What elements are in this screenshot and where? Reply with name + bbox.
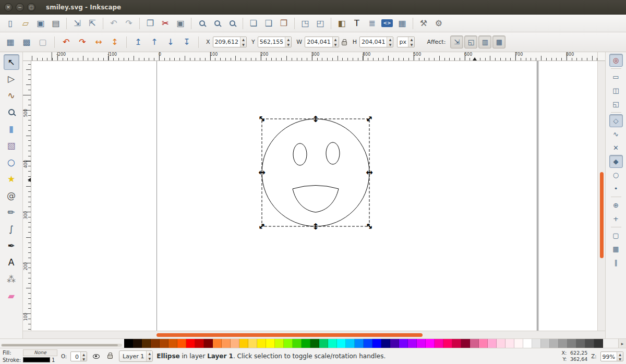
palette-swatch[interactable] (452, 339, 461, 348)
selector-tool[interactable]: ↖ (4, 54, 19, 70)
palette-swatch[interactable] (310, 339, 319, 348)
vertical-scrollbar[interactable] (597, 61, 605, 331)
palette-swatch[interactable] (461, 339, 470, 348)
smiley-left-eye[interactable] (293, 143, 307, 165)
tweak-tool[interactable]: ∿ (4, 88, 19, 103)
palette-swatch[interactable] (275, 339, 284, 348)
height-spinbox[interactable]: 204,041 ▲▼ (359, 37, 394, 47)
select-all-layers-button[interactable]: ▩ (19, 35, 34, 49)
palette-swatch[interactable] (443, 339, 452, 348)
snap-rotation-centers-toggle[interactable]: + (609, 212, 623, 225)
copy-button[interactable]: ❐ (143, 16, 158, 30)
palette-swatch[interactable] (364, 339, 372, 348)
undo-button[interactable]: ↶ (106, 16, 121, 30)
settings-gear-button[interactable]: ⚙ (431, 16, 446, 30)
horizontal-scrollbar[interactable] (31, 331, 597, 338)
palette-swatch[interactable] (142, 339, 151, 348)
xml-editor-button[interactable]: <> (380, 16, 394, 30)
paste-button[interactable]: ▣ (173, 16, 188, 30)
opacity-spin-arrows[interactable]: ▲▼ (80, 352, 87, 361)
spin-down-icon[interactable]: ▼ (147, 356, 152, 361)
palette-swatch[interactable] (408, 339, 417, 348)
pencil-tool[interactable]: ✏ (4, 204, 19, 220)
palette-swatch[interactable] (568, 339, 576, 348)
spin-up-icon[interactable]: ▲ (285, 37, 291, 42)
affect-move-gradients-toggle[interactable]: ▥ (478, 35, 491, 48)
spin-up-icon[interactable]: ▲ (147, 351, 152, 356)
palette-swatch[interactable] (231, 339, 239, 348)
selection-handle-ml[interactable]: ↔ (258, 168, 265, 177)
eraser-tool[interactable]: ▰ (4, 288, 19, 304)
affect-scale-stroke-toggle[interactable]: ⇲ (450, 35, 463, 48)
palette-swatch[interactable] (346, 339, 355, 348)
palette-swatch[interactable] (239, 339, 248, 348)
zoom-spin-arrows[interactable]: ▲▼ (617, 352, 623, 361)
palette-swatch[interactable] (248, 339, 257, 348)
palette-swatch[interactable] (523, 339, 532, 348)
palette-swatch[interactable] (222, 339, 231, 348)
height-value[interactable]: 204,041 (360, 37, 387, 47)
snap-paths-toggle[interactable]: ∿ (609, 128, 623, 141)
opacity-spinbox[interactable]: 0 ▲▼ (70, 351, 87, 361)
palette-swatch[interactable] (426, 339, 435, 348)
palette-scrollbar-thumb[interactable] (2, 344, 118, 346)
palette-swatch[interactable] (177, 339, 186, 348)
palette-swatch[interactable] (284, 339, 293, 348)
zoom-selection-button[interactable] (195, 16, 209, 30)
h-spin-arrows[interactable]: ▲▼ (387, 37, 393, 47)
align-distribute-button[interactable]: ▦ (395, 16, 410, 30)
spin-down-icon[interactable]: ▼ (240, 42, 246, 47)
palette-swatch[interactable] (124, 339, 133, 348)
y-spin-arrows[interactable]: ▲▼ (285, 37, 291, 47)
snap-smooth-nodes-toggle[interactable]: ○ (609, 168, 623, 181)
spin-up-icon[interactable]: ▲ (240, 37, 246, 42)
flip-horizontal-button[interactable]: ↔ (91, 35, 106, 49)
smiley-right-eye[interactable] (326, 142, 340, 164)
snap-bounding-box-toggle[interactable]: ▭ (609, 70, 623, 83)
snap-midpoints-toggle[interactable]: • (609, 182, 623, 195)
ellipse-tool[interactable]: ○ (4, 154, 19, 170)
palette-swatch[interactable] (541, 339, 550, 348)
unit-arrows[interactable]: ▲▼ (408, 37, 414, 47)
layer-select-arrows[interactable]: ▲▼ (146, 351, 152, 361)
preferences-wrench-button[interactable]: ⚒ (416, 16, 431, 30)
palette-swatch[interactable] (435, 339, 443, 348)
palette-swatch[interactable] (151, 339, 160, 348)
palette-swatch[interactable] (160, 339, 168, 348)
canvas[interactable]: ↔↔↔↔↔↔↔↔ (31, 61, 597, 331)
unit-select[interactable]: px ▲▼ (397, 37, 415, 47)
zoom-tool[interactable] (4, 104, 19, 120)
palette-scroll-right-button[interactable]: ▸ (618, 339, 626, 348)
ungroup-button[interactable]: ◰ (313, 16, 328, 30)
spin-down-icon[interactable]: ▼ (387, 42, 393, 47)
spin-up-icon[interactable]: ▲ (617, 352, 623, 357)
palette-swatch[interactable] (532, 339, 541, 348)
width-spinbox[interactable]: 204,041 ▲▼ (305, 37, 339, 47)
y-spinbox[interactable]: 562,155 ▲▼ (258, 37, 292, 47)
spin-down-icon[interactable]: ▼ (285, 42, 291, 47)
box3d-tool[interactable]: ▧ (4, 138, 19, 153)
spin-up-icon[interactable]: ▲ (333, 37, 339, 42)
snap-grid-toggle[interactable]: ▦ (609, 242, 623, 256)
unlink-clone-button[interactable]: ❒ (276, 16, 291, 30)
flip-vertical-button[interactable]: ↕ (107, 35, 122, 49)
node-tool[interactable]: ▷ (4, 71, 19, 87)
palette-swatch[interactable] (204, 339, 213, 348)
rotate-ccw-button[interactable]: ↶ (59, 35, 74, 49)
zoom-value[interactable]: 99% (601, 352, 617, 361)
zoom-page-button[interactable] (225, 16, 239, 30)
selection-handle-tm[interactable]: ↔ (311, 115, 320, 122)
palette-swatch[interactable] (390, 339, 399, 348)
palette-swatch[interactable] (302, 339, 310, 348)
stroke-color-swatch[interactable] (23, 357, 50, 362)
affect-move-patterns-toggle[interactable]: ▦ (492, 35, 505, 48)
calligraphy-tool[interactable]: ✒ (4, 238, 19, 253)
palette-swatch[interactable] (133, 339, 142, 348)
snap-path-intersections-toggle[interactable]: ✕ (609, 141, 623, 154)
close-button[interactable]: ✕ (4, 3, 13, 11)
snap-enable-toggle[interactable]: ◎ (609, 54, 623, 67)
affect-scale-corners-toggle[interactable]: ◱ (464, 35, 477, 48)
y-value[interactable]: 562,155 (258, 37, 285, 47)
palette-swatch[interactable] (195, 339, 204, 348)
star-tool[interactable]: ★ (4, 171, 19, 187)
